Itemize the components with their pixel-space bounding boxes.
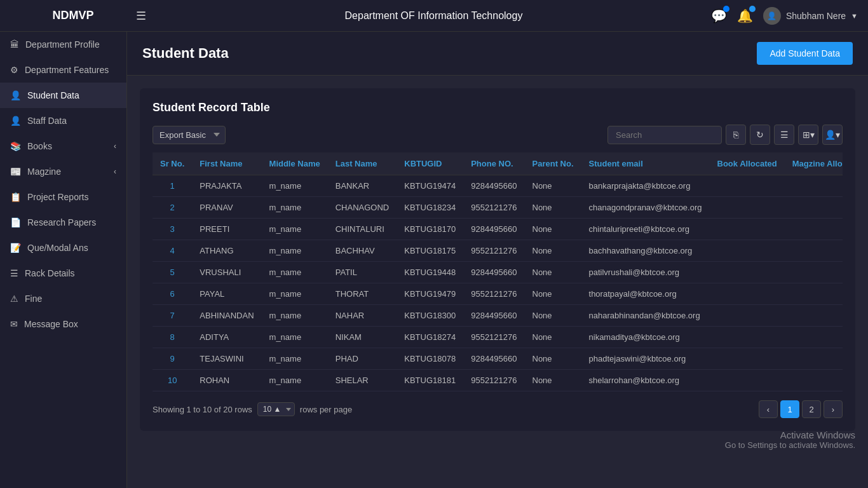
next-page-button[interactable]: › [824,400,843,418]
cell-email: naharabhinandan@kbtcoe.org [581,305,710,327]
layout: 🏛 Department Profile ⚙ Department Featur… [0,32,868,488]
cell-magzine [785,262,843,283]
col-parent-no: Parent No. [525,152,581,175]
prev-page-button[interactable]: ‹ [759,400,778,418]
sidebar-item-project-reports[interactable]: 📋 Project Reports [0,184,126,210]
navbar: NDMVP ☰ Department OF Information Techno… [0,0,868,32]
sidebar-label-student-data: Student Data [27,90,79,100]
sidebar: 🏛 Department Profile ⚙ Department Featur… [0,32,127,488]
research-papers-icon: 📄 [10,217,21,227]
table-row: 9 TEJASWINI m_name PHAD KBTUG18078 92844… [153,348,843,370]
cell-email: chintaluripreeti@kbtcoe.org [581,219,710,240]
cell-sr: 9 [153,348,192,370]
cell-last-name: SHELAR [328,370,397,391]
cell-email: phadtejaswini@kbtcoe.org [581,348,710,370]
notification-badge [749,6,756,12]
cell-middle-name: m_name [262,240,328,262]
cell-sr: 1 [153,175,192,197]
page-1-button[interactable]: 1 [780,400,799,418]
cell-first-name: PREETI [192,219,261,240]
sidebar-item-fine[interactable]: ⚠ Fine [0,286,126,311]
sidebar-item-staff-data[interactable]: 👤 Staff Data [0,108,126,133]
cell-middle-name: m_name [262,348,328,370]
cell-parent: None [525,348,581,370]
page-2-button[interactable]: 2 [802,400,821,418]
cell-last-name: PATIL [328,262,397,283]
sidebar-item-books[interactable]: 📚 Books ‹ [0,133,126,159]
que-modal-ans-icon: 📝 [10,243,21,253]
cell-sr: 3 [153,219,192,240]
cell-last-name: CHINTALURI [328,219,397,240]
student-data-icon: 👤 [10,90,21,100]
table-row: 8 ADITYA m_name NIKAM KBTUG18274 9552121… [153,327,843,348]
cell-phone: 9284495660 [463,348,524,370]
user-menu[interactable]: 👤 Shubham Nere ▼ [763,7,858,25]
copy-icon-button[interactable]: ⎘ [726,125,746,145]
chat-icon[interactable]: 💬 [711,8,727,24]
cell-parent: None [525,262,581,283]
cell-phone: 9284495660 [463,305,524,327]
sidebar-item-student-data[interactable]: 👤 Student Data [0,83,126,108]
books-arrow-icon: ‹ [114,142,116,151]
table-title: Student Record Table [153,101,843,114]
sidebar-item-message-box[interactable]: ✉ Message Box [0,311,126,337]
cell-kbtugid: KBTUG18170 [397,219,463,240]
rows-per-page-select[interactable]: 10 ▲ 25 50 [257,402,295,416]
cell-magzine [785,348,843,370]
cell-parent: None [525,197,581,219]
cell-sr: 8 [153,327,192,348]
toolbar-right: ⎘ ↻ ☰ ⊞▾ 👤▾ [607,125,843,145]
col-magzine-alloca: Magzine Alloca [785,152,843,175]
sidebar-item-que-modal-ans[interactable]: 📝 Que/Modal Ans [0,235,126,261]
sidebar-label-department-profile: Department Profile [25,39,100,50]
menu-toggle-icon[interactable]: ☰ [136,9,146,23]
magzine-icon: 📰 [10,166,21,177]
cell-last-name: PHAD [328,348,397,370]
sidebar-label-project-reports: Project Reports [27,192,88,202]
cell-kbtugid: KBTUG18274 [397,327,463,348]
chat-badge [723,6,729,12]
list-view-icon-button[interactable]: ☰ [774,125,794,145]
notification-icon[interactable]: 🔔 [737,8,753,24]
sidebar-label-books: Books [27,141,52,151]
cell-email: bachhavathang@kbtcoe.org [581,240,710,262]
columns-icon-button[interactable]: ⊞▾ [798,125,818,145]
sidebar-label-staff-data: Staff Data [27,116,67,126]
sidebar-item-magzine[interactable]: 📰 Magzine ‹ [0,159,126,184]
col-sr-no: Sr No. [153,152,192,175]
add-student-data-button[interactable]: Add Student Data [757,42,853,65]
table-row: 6 PAYAL m_name THORAT KBTUG19479 9552121… [153,283,843,305]
cell-middle-name: m_name [262,327,328,348]
table-toolbar: Export Basic Export All Export CSV ⎘ ↻ ☰… [153,125,843,145]
cell-last-name: THORAT [328,283,397,305]
cell-sr: 4 [153,240,192,262]
cell-magzine [785,370,843,391]
sidebar-item-research-papers[interactable]: 📄 Research Papers [0,210,126,235]
export-select[interactable]: Export Basic Export All Export CSV [153,126,226,144]
cell-book [710,197,785,219]
cell-kbtugid: KBTUG18175 [397,240,463,262]
cell-sr: 5 [153,262,192,283]
user-dropdown-icon: ▼ [851,12,858,20]
cell-phone: 9552121276 [463,327,524,348]
cell-phone: 9552121276 [463,370,524,391]
sidebar-item-rack-details[interactable]: ☰ Rack Details [0,261,126,286]
sidebar-item-department-features[interactable]: ⚙ Department Features [0,57,126,83]
table-row: 3 PREETI m_name CHINTALURI KBTUG18170 92… [153,219,843,240]
cell-first-name: PAYAL [192,283,261,305]
cell-magzine [785,283,843,305]
cell-magzine [785,305,843,327]
refresh-icon-button[interactable]: ↻ [750,125,770,145]
cell-email: thoratpayal@kbtcoe.org [581,283,710,305]
cell-book [710,262,785,283]
table-row: 7 ABHINANDAN m_name NAHAR KBTUG18300 928… [153,305,843,327]
sidebar-label-message-box: Message Box [24,319,78,329]
sidebar-item-department-profile[interactable]: 🏛 Department Profile [0,32,126,57]
student-table: Sr No. First Name Middle Name Last Name … [153,152,843,391]
export-select-wrapper: Export Basic Export All Export CSV [153,126,226,144]
search-input[interactable] [607,126,722,144]
cell-magzine [785,197,843,219]
col-middle-name: Middle Name [262,152,328,175]
filter-icon-button[interactable]: 👤▾ [822,125,843,145]
cell-email: shelarrohan@kbtcoe.org [581,370,710,391]
